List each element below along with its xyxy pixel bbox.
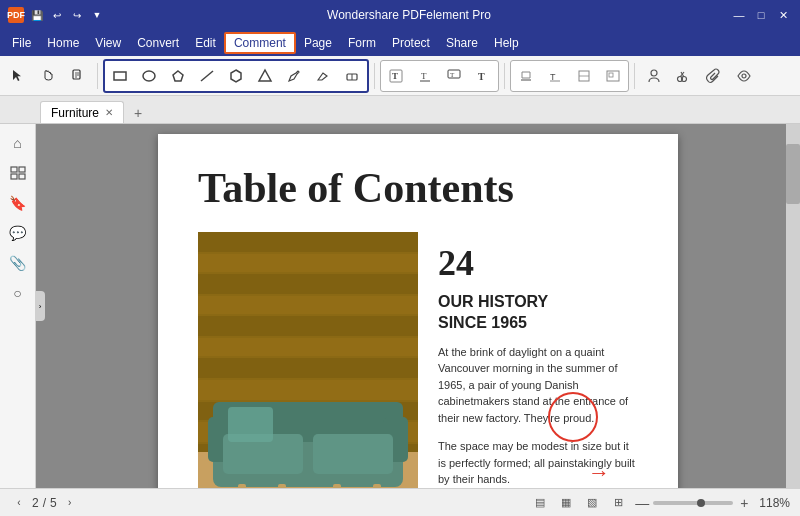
text-tools-group: T T T T xyxy=(380,60,499,92)
typewriter-btn[interactable]: T xyxy=(469,62,497,90)
eraser-tool-btn[interactable] xyxy=(309,62,337,90)
title-bar-left: PDF 💾 ↩ ↪ ▼ xyxy=(8,6,88,24)
page-total: 5 xyxy=(50,496,57,510)
view-single-btn[interactable]: ▤ xyxy=(530,493,550,513)
svg-rect-48 xyxy=(313,434,393,474)
stamp4-btn[interactable] xyxy=(599,62,627,90)
stamp-btn[interactable] xyxy=(512,62,540,90)
svg-rect-28 xyxy=(11,174,17,179)
menu-home[interactable]: Home xyxy=(39,32,87,54)
vertical-scrollbar[interactable] xyxy=(786,124,800,488)
svg-line-3 xyxy=(201,71,213,81)
pan-tool-btn[interactable] xyxy=(34,62,62,90)
attach-tool-btn[interactable] xyxy=(700,62,728,90)
edit-tool-btn[interactable] xyxy=(64,62,92,90)
status-right: ▤ ▦ ▧ ⊞ — + 118% xyxy=(530,493,790,513)
eye-tool-btn[interactable] xyxy=(730,62,758,90)
prev-page-btn[interactable]: ‹ xyxy=(10,494,28,512)
tab-label: Furniture xyxy=(51,106,99,120)
pdf-paragraph1: At the brink of daylight on a quaint Van… xyxy=(438,344,638,427)
menu-help[interactable]: Help xyxy=(486,32,527,54)
comments-panel-btn[interactable]: 💬 xyxy=(5,220,31,246)
tab-close-btn[interactable]: ✕ xyxy=(105,107,113,118)
undo-btn[interactable]: ↩ xyxy=(48,6,66,24)
menu-form[interactable]: Form xyxy=(340,32,384,54)
main-content-area[interactable]: Table of Contents xyxy=(36,124,800,488)
next-page-btn[interactable]: › xyxy=(61,494,79,512)
other-tools-group: T xyxy=(510,60,629,92)
redo-btn[interactable]: ↪ xyxy=(68,6,86,24)
signatures-panel-btn[interactable]: ○ xyxy=(5,280,31,306)
stamp2-btn[interactable]: T xyxy=(541,62,569,90)
menu-edit[interactable]: Edit xyxy=(187,32,224,54)
menu-comment[interactable]: Comment xyxy=(224,32,296,54)
bookmarks-panel-btn[interactable]: 🔖 xyxy=(5,190,31,216)
panel-expand-btn[interactable]: › xyxy=(35,291,45,321)
pdf-page-title: Table of Contents xyxy=(198,164,638,212)
svg-text:T: T xyxy=(421,71,427,81)
svg-text:T: T xyxy=(450,71,455,79)
zoom-slider[interactable] xyxy=(653,501,733,505)
freehand-tool-btn[interactable] xyxy=(280,62,308,90)
quick-save-btn[interactable]: 💾 xyxy=(28,6,46,24)
svg-rect-19 xyxy=(609,73,613,77)
circle-annotation[interactable] xyxy=(548,392,598,442)
pdf-content: 24 OUR HISTORY SINCE 1965 At the brink o… xyxy=(198,232,638,488)
menu-share[interactable]: Share xyxy=(438,32,486,54)
app-icon: PDF xyxy=(8,7,24,23)
new-tab-btn[interactable]: + xyxy=(128,103,148,123)
arrow-annotation[interactable]: → xyxy=(588,460,610,486)
maximize-button[interactable]: □ xyxy=(752,6,770,24)
polygon-tool-btn[interactable] xyxy=(222,62,250,90)
text-callout-btn[interactable]: T xyxy=(440,62,468,90)
textbox-tool-btn[interactable]: T xyxy=(382,62,410,90)
menu-page[interactable]: Page xyxy=(296,32,340,54)
text-line-btn[interactable]: T xyxy=(411,62,439,90)
zoom-in-btn[interactable]: + xyxy=(736,495,752,511)
select-tool-btn[interactable] xyxy=(4,62,32,90)
zoom-slider-thumb[interactable] xyxy=(697,499,705,507)
document-tab[interactable]: Furniture ✕ xyxy=(40,101,124,123)
home-panel-btn[interactable]: ⌂ xyxy=(5,130,31,156)
pdf-page: Table of Contents xyxy=(158,134,678,488)
svg-rect-38 xyxy=(198,380,418,400)
menu-file[interactable]: File xyxy=(4,32,39,54)
attachments-panel-btn[interactable]: 📎 xyxy=(5,250,31,276)
left-panel: ⌂ 🔖 💬 📎 ○ › xyxy=(0,124,36,488)
stamp3-btn[interactable] xyxy=(570,62,598,90)
svg-rect-36 xyxy=(198,338,418,356)
svg-rect-0 xyxy=(73,70,80,79)
view-scroll-btn[interactable]: ▧ xyxy=(582,493,602,513)
menu-protect[interactable]: Protect xyxy=(384,32,438,54)
svg-text:T: T xyxy=(478,71,485,82)
ellipse-tool-btn[interactable] xyxy=(135,62,163,90)
menu-view[interactable]: View xyxy=(87,32,129,54)
scroll-thumb[interactable] xyxy=(786,144,800,204)
app-title: Wondershare PDFelement Pro xyxy=(88,8,730,22)
triangle-tool-btn[interactable] xyxy=(251,62,279,90)
svg-rect-29 xyxy=(19,174,25,179)
menu-convert[interactable]: Convert xyxy=(129,32,187,54)
toolbar: T T T T T xyxy=(0,56,800,96)
line-tool-btn[interactable] xyxy=(193,62,221,90)
user-tool-btn[interactable] xyxy=(640,62,668,90)
rect-tool-btn[interactable] xyxy=(106,62,134,90)
zoom-out-btn[interactable]: — xyxy=(634,495,650,511)
minimize-button[interactable]: — xyxy=(730,6,748,24)
zoom-area: — + 118% xyxy=(634,495,790,511)
pdf-chapter-number: 24 xyxy=(438,242,638,284)
svg-rect-35 xyxy=(198,316,418,336)
page-sep: / xyxy=(43,496,46,510)
svg-rect-37 xyxy=(198,358,418,378)
view-dual-btn[interactable]: ▦ xyxy=(556,493,576,513)
close-button[interactable]: ✕ xyxy=(774,6,792,24)
scissors-tool-btn[interactable] xyxy=(670,62,698,90)
eraser2-tool-btn[interactable] xyxy=(338,62,366,90)
view-grid-btn[interactable]: ⊞ xyxy=(608,493,628,513)
pdf-image xyxy=(198,232,418,488)
pdf-chapter-heading: OUR HISTORY SINCE 1965 xyxy=(438,292,638,334)
thumbnails-panel-btn[interactable] xyxy=(5,160,31,186)
menu-bar: File Home View Convert Edit Comment Page… xyxy=(0,30,800,56)
window-controls: — □ ✕ xyxy=(730,6,792,24)
cloud-tool-btn[interactable] xyxy=(164,62,192,90)
